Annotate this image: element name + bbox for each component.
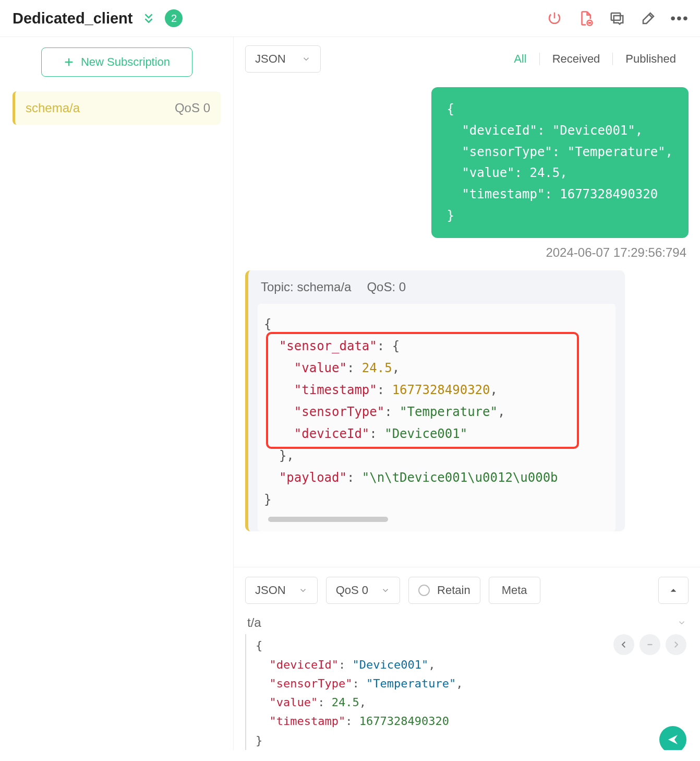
sidebar: New Subscription schema/a QoS 0 (0, 37, 234, 750)
power-icon[interactable] (547, 10, 562, 26)
subscription-topic: schema/a (26, 101, 80, 115)
message-list: { "deviceId": "Device001", "sensorType":… (234, 81, 700, 567)
horizontal-scrollbar[interactable] (268, 517, 388, 522)
topic-input[interactable] (247, 615, 677, 630)
radio-icon (418, 585, 430, 596)
composer-qos-select[interactable]: QoS 0 (326, 577, 400, 604)
sent-message: { "deviceId": "Device001", "sensorType":… (245, 87, 689, 238)
content: JSON All Received Published { "deviceId"… (234, 37, 700, 750)
tab-received[interactable]: Received (540, 52, 613, 66)
subscription-qos: QoS 0 (175, 101, 210, 115)
format-select-label: JSON (255, 52, 286, 66)
header-left: Dedicated_client 2 (13, 9, 183, 27)
composer: JSON QoS 0 Retain Meta (234, 567, 700, 750)
subscription-item[interactable]: schema/a QoS 0 (13, 91, 221, 125)
sent-message-body: { "deviceId": "Device001", "sensorType":… (431, 87, 689, 238)
received-message-body: { "sensor_data": { "value": 24.5, "times… (258, 304, 615, 531)
history-forward-button[interactable] (666, 634, 686, 655)
chevron-down-icon (381, 586, 390, 595)
header-actions: ••• (547, 10, 687, 26)
recv-topic: Topic: schema/a (261, 280, 351, 294)
chevron-down-icon (301, 54, 311, 64)
message-filter-tabs: All Received Published (501, 52, 689, 66)
file-pause-icon[interactable] (578, 10, 594, 26)
chat-icon[interactable] (609, 10, 625, 26)
collapse-button[interactable] (658, 577, 689, 604)
composer-controls: JSON QoS 0 Retain Meta (245, 577, 689, 604)
plus-icon (63, 56, 75, 68)
tab-published[interactable]: Published (613, 52, 689, 66)
edit-icon[interactable] (641, 10, 656, 26)
new-subscription-button[interactable]: New Subscription (41, 47, 192, 77)
composer-format-select[interactable]: JSON (245, 577, 318, 604)
send-icon (667, 733, 679, 746)
more-icon[interactable]: ••• (672, 10, 687, 26)
header-bar: Dedicated_client 2 ••• (0, 0, 700, 37)
recv-qos: QoS: 0 (367, 280, 406, 294)
caret-up-icon (669, 586, 678, 594)
chevron-down-icon[interactable] (677, 618, 686, 627)
send-button[interactable] (659, 726, 686, 750)
history-nav (613, 634, 686, 655)
svg-rect-1 (611, 13, 621, 20)
chevron-double-down-icon[interactable] (142, 11, 155, 25)
main: New Subscription schema/a QoS 0 JSON All… (0, 37, 700, 750)
format-select[interactable]: JSON (245, 45, 321, 73)
client-title: Dedicated_client (13, 10, 132, 27)
received-message: Topic: schema/a QoS: 0 { "sensor_data": … (245, 270, 625, 531)
history-middle-button[interactable] (639, 634, 660, 655)
content-header: JSON All Received Published (234, 37, 700, 81)
retain-toggle[interactable]: Retain (408, 577, 480, 604)
connection-count-badge: 2 (165, 9, 183, 27)
history-back-button[interactable] (613, 634, 634, 655)
editor-wrap: { "deviceId": "Device001", "sensorType":… (245, 634, 689, 750)
sent-message-timestamp: 2024-06-07 17:29:56:794 (247, 245, 686, 260)
new-subscription-label: New Subscription (81, 55, 170, 69)
received-message-meta: Topic: schema/a QoS: 0 (248, 270, 625, 304)
meta-button[interactable]: Meta (489, 577, 540, 604)
chevron-down-icon (298, 586, 308, 595)
tab-all[interactable]: All (501, 52, 539, 66)
topic-row (245, 611, 689, 634)
